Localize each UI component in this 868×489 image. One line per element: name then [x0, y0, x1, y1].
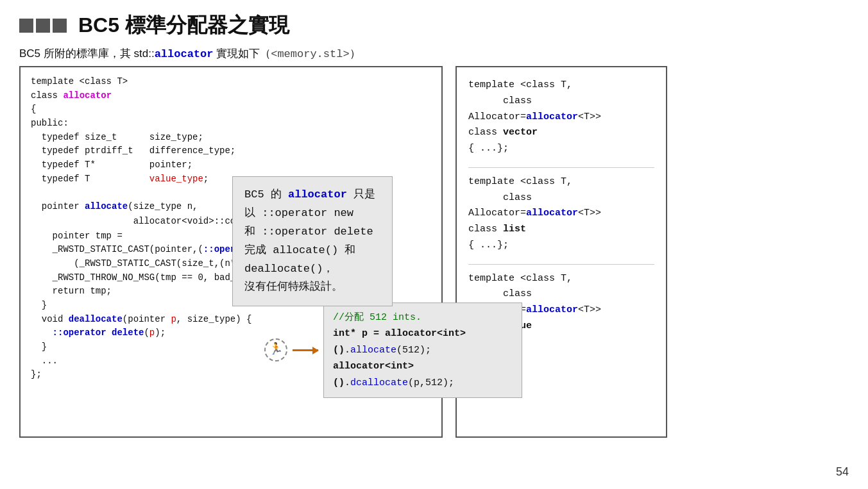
deque-T: <T>>: [578, 304, 601, 315]
kw-p1: p: [171, 314, 176, 324]
page-title: BC5 標準分配器之實現: [78, 12, 289, 40]
list-line4: { ...};: [468, 238, 654, 254]
kw-value-type: value_type: [149, 174, 203, 184]
arrow-container: [293, 349, 318, 351]
subtitle-prefix: BC5 所附的標準庫，其 std::: [19, 47, 155, 60]
list-line3: class list: [468, 222, 654, 238]
callout-line5: deallocate()，: [244, 263, 334, 275]
list-T: <T>>: [578, 208, 601, 219]
list-line2: class Allocator=allocator<T>>: [468, 190, 654, 222]
usage-deallocate-call: dcallocate: [350, 377, 408, 388]
subtitle: BC5 所附的標準庫，其 std::allocator 實現如下（<memory…: [0, 46, 868, 66]
vector-allocator: allocator: [526, 112, 578, 122]
usage-comment: //分配 512 ints.: [333, 310, 513, 326]
arrow-right: [293, 349, 318, 351]
usage-int-star: int* p =: [333, 328, 385, 339]
main-content: template <class T> class allocator { pub…: [0, 66, 868, 438]
callout-line2: 以 ::operator new: [244, 207, 353, 219]
code-line-5: typedef size_t size_type;: [31, 131, 431, 145]
kw-op-delete: ::operator delete: [53, 327, 144, 338]
callout-line6: 沒有任何特殊設計。: [244, 281, 343, 293]
divider-1: [468, 167, 654, 168]
vector-T: <T>>: [578, 112, 601, 122]
kw-deallocate-fn: deallocate: [69, 314, 123, 324]
icon-block-3: [53, 19, 67, 33]
subtitle-close: ）: [350, 47, 361, 60]
right-section-vector: template <class T, class Allocator=alloc…: [468, 78, 654, 157]
right-section-list: template <class T, class Allocator=alloc…: [468, 174, 654, 254]
header: BC5 標準分配器之實現: [0, 0, 868, 46]
callout-allocator: allocator: [288, 188, 347, 201]
vector-line2: class Allocator=allocator<T>>: [468, 94, 654, 126]
deque-allocator: allocator: [526, 304, 578, 315]
callout-line1b: 只是: [347, 188, 375, 201]
figure-icon: 🏃: [264, 338, 287, 361]
vector-class-name: vector: [503, 127, 538, 138]
callout-note: BC5 的 allocator 只是 以 ::operator new 和 ::…: [232, 176, 393, 306]
page-number: 54: [836, 465, 849, 479]
icon-block-2: [36, 19, 50, 33]
code-line-2: class allocator: [31, 89, 431, 103]
usage-area: 🏃 //分配 512 ints. int* p = allocator<int>…: [264, 303, 522, 399]
callout-line4: 完成 allocate() 和: [244, 244, 355, 256]
code-line-3: {: [31, 103, 431, 117]
deque-line1: template <class T,: [468, 271, 654, 287]
vector-line3: class vector: [468, 125, 654, 141]
subtitle-file: <memory.stl>: [271, 48, 349, 60]
callout-line1-pre: BC5 的: [244, 188, 288, 201]
callout-line3: 和 ::operator delete: [244, 226, 373, 238]
subtitle-suffix: 實現如下（: [213, 47, 271, 60]
kw-p2: p: [149, 327, 155, 338]
header-icon: [19, 19, 67, 33]
code-line-1: template <class T>: [31, 75, 431, 89]
list-allocator: allocator: [526, 208, 578, 219]
usage-allocate-call: allocate: [350, 345, 396, 356]
kw-allocator: allocator: [63, 90, 112, 101]
list-line1: template <class T,: [468, 174, 654, 190]
icon-block-1: [19, 19, 33, 33]
usage-comment-text: //分配 512 ints.: [333, 312, 421, 323]
vector-line4: { ...};: [468, 141, 654, 157]
code-line-7: typedef T* pointer;: [31, 158, 431, 172]
kw-allocate-fn: allocate: [85, 201, 128, 211]
subtitle-allocator: allocator: [155, 48, 214, 60]
vector-line1: template <class T,: [468, 78, 654, 94]
usage-box: //分配 512 ints. int* p = allocator<int>()…: [323, 303, 522, 399]
list-class-name: list: [503, 224, 526, 235]
usage-line2: allocator<int>().dcallocate(p,512);: [333, 358, 513, 391]
usage-line1: int* p = allocator<int>().allocate(512);: [333, 326, 513, 358]
code-line-6: typedef ptrdiff_t difference_type;: [31, 144, 431, 158]
code-line-4: public:: [31, 117, 431, 131]
code-box: template <class T> class allocator { pub…: [19, 66, 443, 438]
divider-2: [468, 264, 654, 265]
